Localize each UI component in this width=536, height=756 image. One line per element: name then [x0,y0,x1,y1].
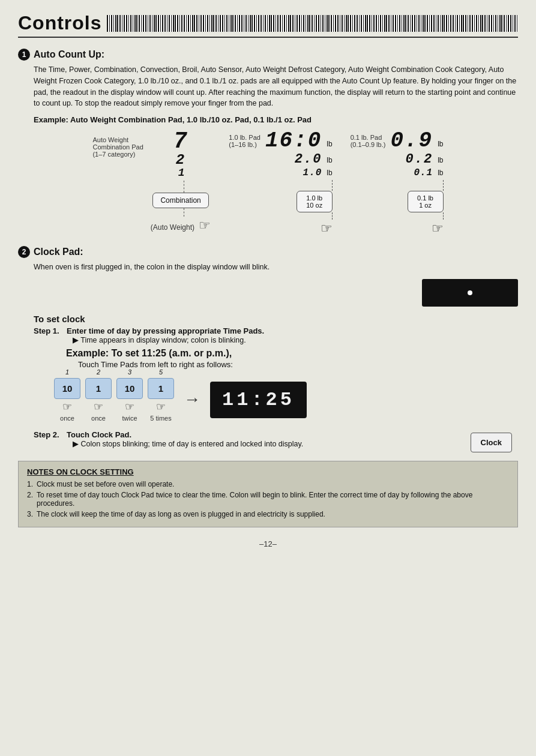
step2-inner-row: Step 2. Touch Clock Pad. ▶ Colon stops b… [34,430,471,448]
example2-sub: Touch Time Pads from left to right as fo… [78,360,233,369]
page-header: Controls [18,12,518,38]
step1-content: Enter time of day by pressing appropriat… [67,326,518,344]
diag1-display-bot: 1 [178,167,186,178]
finger-pad-1: ☞ [62,400,72,413]
diag1-display-mid: 2 [176,153,185,167]
diag2-unit-top: lb [327,140,332,148]
blink-display-container [18,279,518,307]
step1-row: Step 1. Enter time of day by pressing ap… [34,326,518,344]
section2-header: 2 Clock Pad: [18,246,518,258]
step2-num: Step 2. [34,430,67,448]
clock-button[interactable]: Clock [471,433,512,452]
tap-label-2: once [91,415,106,422]
pad-btn-10-1[interactable]: 10 [54,378,80,399]
section1-title: Auto Count Up: [34,49,104,60]
step1-num: Step 1. [34,326,67,344]
arrow-right: → [184,390,200,409]
notes-box: NOTES ON CLOCK SETTING Clock must be set… [18,461,518,527]
section-clock-pad: 2 Clock Pad: When oven is first plugged … [18,246,518,452]
diag3-unit-mid: lb [438,156,443,164]
clock-button-wrapper: Clock [471,433,512,452]
finger-pad-3: ☞ [125,400,134,413]
step1-title: Enter time of day by pressing appropriat… [67,326,264,335]
finger-pad-4: ☞ [156,400,166,413]
clock-led-display: 11:25 [210,382,307,418]
page-number: –12– [18,539,518,548]
diag1-button-sub: (Auto Weight) [151,223,194,232]
diag-col-1: Auto WeightCombination Pad(1–7 category)… [92,130,211,233]
diag2-display-top: 16:0 [265,130,322,152]
diag3-display-bot: 0.1 [414,167,433,179]
step1-arrow: ▶ Time appears in display window; colon … [73,335,518,344]
diag2-label: 1.0 lb. Pad(1–16 lb.) [229,134,260,148]
diag3-unit-bot: lb [438,169,443,177]
diag2-unit-mid: lb [327,156,332,164]
step2-left: Step 2. Touch Clock Pad. ▶ Colon stops b… [18,430,471,452]
tap-label-4: 5 times [150,415,171,422]
diag-col-2: 1.0 lb. Pad(1–16 lb.) 16:0 lb 2.0 lb 1.0 [229,130,332,236]
tap-num-1: 1 [65,368,69,376]
finger2-icon: ☞ [321,221,333,236]
section1-number: 1 [18,49,30,61]
step2-arrow: ▶ Colon stops blinking; time of day is e… [73,439,471,448]
pad-group-3: 3 10 ☞ twice [116,378,143,422]
example2-label: Example: To set 11:25 (a.m. or p.m.), To… [66,348,518,370]
pad-group-4: 5 1 ☞ 5 times [148,378,174,422]
barcode-decoration [107,15,518,32]
example2-bold: Example: To set 11:25 (a.m. or p.m.), [66,348,232,358]
page-title: Controls [18,12,102,34]
diag3-display-top: 0.9 [390,130,433,152]
section2-title: Clock Pad: [34,247,83,257]
finger-pad-2: ☞ [94,400,103,413]
set-clock-header: To set clock [34,314,518,324]
section-auto-count-up: 1 Auto Count Up: The Time, Power, Combin… [18,49,518,236]
section1-body: The Time, Power, Combination, Convection… [34,64,518,109]
notes-item-3: The clock will keep the time of day as l… [27,510,509,518]
blink-dot [468,290,472,295]
notes-title: NOTES ON CLOCK SETTING [27,467,509,476]
diagram-row-autocountup: Auto WeightCombination Pad(1–7 category)… [18,130,518,236]
diag2-display-mid: 2.0 [295,153,322,166]
notes-item-1: Clock must be set before oven will opera… [27,480,509,488]
step2-title: Touch Clock Pad. [67,430,131,439]
pad-btn-10-2[interactable]: 10 [116,378,143,399]
pad-btn-1-1[interactable]: 1 [85,378,112,399]
notes-item-2: To reset time of day touch Clock Pad twi… [27,491,509,508]
section1-example-label: Example: Auto Weight Combination Pad, 1.… [34,115,518,124]
lb10oz-pad-button[interactable]: 1.0 lb 10 oz [297,191,333,212]
tap-num-4: 5 [159,368,163,376]
step2-content: Touch Clock Pad. ▶ Colon stops blinking;… [67,430,471,448]
tap-num-2: 2 [97,368,100,376]
diag3-unit-top: lb [438,140,443,148]
section2-body: When oven is first plugged in, the colon… [34,262,518,273]
diag1-display-top: 7 [173,130,188,153]
lb01oz-pad-button[interactable]: 0.1 lb 1 oz [408,191,444,212]
section2-number: 2 [18,246,30,258]
diag3-display-mid: 0.2 [406,153,433,166]
blink-led-display [422,279,518,307]
finger1-icon: ☞ [199,218,211,233]
section1-header: 1 Auto Count Up: [18,49,518,61]
diag1-label: Auto WeightCombination Pad(1–7 category) [92,136,143,158]
pad-btn-1-5[interactable]: 1 [148,378,174,399]
tap-num-3: 3 [128,368,131,376]
diag2-display-bot: 1.0 [303,167,322,179]
diag3-label: 0.1 lb. Pad(0.1–0.9 lb.) [351,134,386,148]
combination-pad-button[interactable]: Combination [152,193,208,208]
pad-group-1: 1 10 ☞ once [54,378,80,422]
finger3-icon: ☞ [432,221,444,236]
tap-label-1: once [60,415,74,422]
diag2-unit-bot: lb [327,169,332,177]
step2-row: Step 2. Touch Clock Pad. ▶ Colon stops b… [18,430,518,452]
diag-col-3: 0.1 lb. Pad(0.1–0.9 lb.) 0.9 lb 0.2 lb 0… [351,130,444,236]
pad-group-2: 2 1 ☞ once [85,378,112,422]
tap-label-3: twice [122,415,137,422]
time-pad-diagram: 1 10 ☞ once 2 1 ☞ once 3 10 ☞ twice 5 [54,378,518,422]
